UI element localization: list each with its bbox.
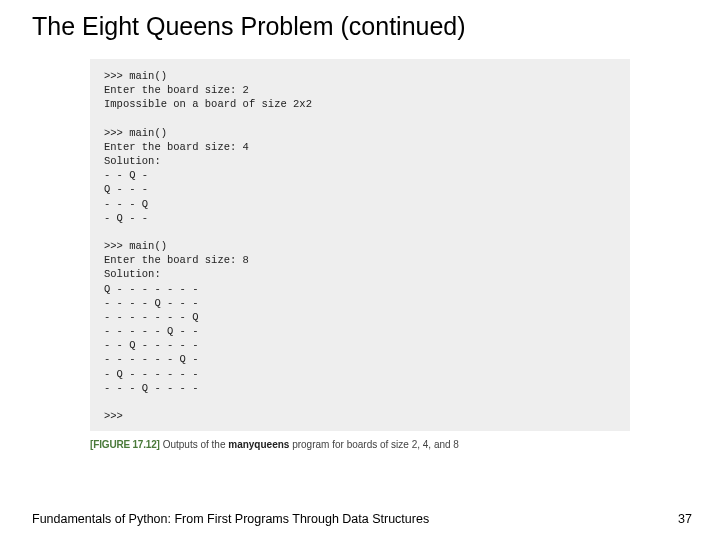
page-number: 37 (678, 512, 692, 526)
footer-book-title: Fundamentals of Python: From First Progr… (32, 512, 429, 526)
caption-text-before: Outputs of the (160, 439, 228, 450)
figure-label: FIGURE 17.12 (93, 439, 156, 450)
code-output-box: >>> main() Enter the board size: 2 Impos… (90, 59, 630, 431)
caption-text-after: program for boards of size 2, 4, and 8 (289, 439, 459, 450)
figure-caption: [FIGURE 17.12] Outputs of the manyqueens… (90, 439, 630, 450)
caption-program-name: manyqueens (228, 439, 289, 450)
slide-footer: Fundamentals of Python: From First Progr… (0, 512, 720, 526)
slide-title: The Eight Queens Problem (continued) (0, 0, 720, 41)
